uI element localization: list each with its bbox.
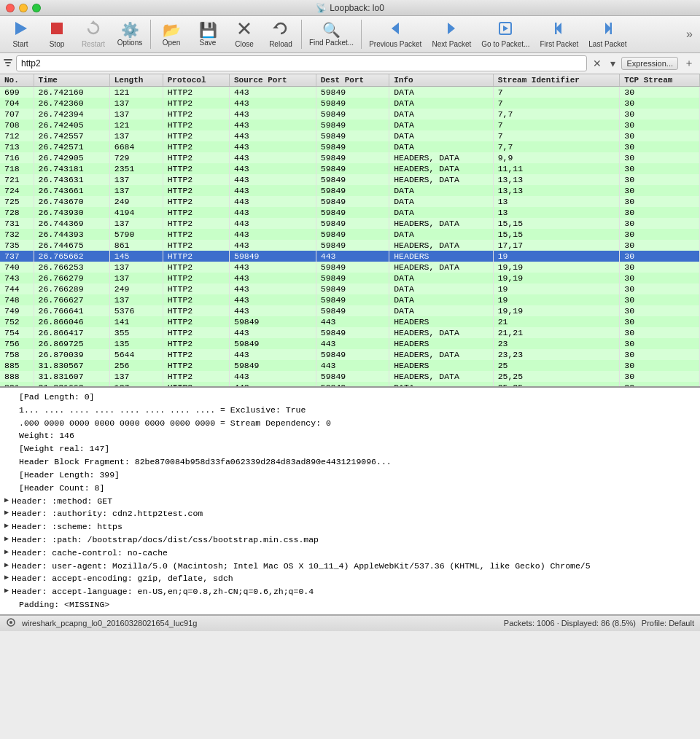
col-header-stream[interactable]: Stream Identifier (493, 74, 620, 87)
first-icon (551, 20, 567, 39)
restart-button[interactable]: Restart (76, 19, 111, 50)
detail-expandable-row[interactable]: ▶Header: :authority: cdn2.http2test.com (4, 507, 696, 520)
table-row[interactable]: 73726.765662145HTTP259849443HEADERS1930 (0, 251, 700, 262)
detail-expandable-row[interactable]: ▶Header: :method: GET (4, 495, 696, 508)
col-header-dst[interactable]: Dest Port (316, 74, 389, 87)
save-label: Save (200, 39, 217, 47)
detail-text: Header: :scheme: https (12, 520, 122, 533)
table-row[interactable]: 71326.7425716684HTTP244359849DATA7,730 (0, 141, 700, 152)
table-row[interactable]: 74826.766627137HTTP244359849DATA1930 (0, 294, 700, 305)
detail-expandable-row[interactable]: ▶Header: cache-control: no-cache (4, 547, 696, 560)
detail-row: .000 0000 0000 0000 0000 0000 0000 0000 … (4, 417, 696, 430)
table-row[interactable]: 75826.8700395644HTTP244359849HEADERS, DA… (0, 349, 700, 360)
reload-button[interactable]: Reload (263, 19, 298, 50)
detail-text: Header: user-agent: Mozilla/5.0 (Macinto… (12, 560, 591, 573)
detail-text: Header: :path: /bootstrap/docs/dist/css/… (12, 533, 319, 547)
open-label: Open (163, 39, 180, 47)
table-row[interactable]: 69926.742160121HTTP244359849DATA730 (0, 87, 700, 98)
goto-packet-button[interactable]: Go to Packet... (477, 19, 534, 50)
separator-2 (301, 20, 302, 49)
detail-expandable-row[interactable]: ▶Header: user-agent: Mozilla/5.0 (Macint… (4, 560, 696, 573)
start-button[interactable]: Start (3, 19, 38, 50)
table-row[interactable]: 72526.743670249HTTP244359849DATA1330 (0, 196, 700, 207)
detail-expandable-row[interactable]: ▶Header: :scheme: https (4, 520, 696, 533)
save-button[interactable]: 💾 Save (190, 21, 225, 48)
filter-clear-button[interactable]: ✕ (590, 56, 604, 71)
detail-row: [Pad Length: 0] (4, 391, 696, 404)
detail-row: Weight: 146 (4, 429, 696, 442)
detail-expandable-row[interactable]: ▶Header: accept-language: en-US,en;q=0.8… (4, 585, 696, 598)
minimize-window-btn[interactable] (19, 4, 28, 12)
table-row[interactable]: 73126.744369137HTTP244359849HEADERS, DAT… (0, 218, 700, 229)
col-header-no[interactable]: No. (0, 74, 34, 87)
col-header-src[interactable]: Source Port (230, 74, 316, 87)
table-row[interactable]: 71826.7431812351HTTP244359849HEADERS, DA… (0, 163, 700, 174)
maximize-window-btn[interactable] (32, 4, 41, 12)
next-packet-button[interactable]: Next Packet (427, 19, 475, 50)
table-row[interactable]: 70826.742405121HTTP244359849DATA730 (0, 120, 700, 130)
table-row[interactable]: 70726.742394137HTTP244359849DATA7,730 (0, 109, 700, 120)
table-row[interactable]: 75626.869725135HTTP259849443HEADERS2330 (0, 338, 700, 349)
antenna-icon: 📡 (316, 3, 327, 13)
find-packet-button[interactable]: 🔍 Find Packet... (305, 21, 358, 48)
titlebar: 📡 Loopback: lo0 (0, 0, 700, 16)
table-row[interactable]: 75226.866046141HTTP259849443HEADERS2130 (0, 316, 700, 327)
expand-triangle-icon[interactable]: ▶ (4, 585, 9, 597)
table-row[interactable]: 72426.743661137HTTP244359849DATA13,1330 (0, 185, 700, 196)
expand-triangle-icon[interactable]: ▶ (4, 520, 9, 532)
stop-icon (49, 20, 65, 39)
table-row[interactable]: 71226.742557137HTTP244359849DATA730 (0, 130, 700, 141)
col-header-protocol[interactable]: Protocol (163, 74, 229, 87)
options-button[interactable]: ⚙️ Options (112, 21, 147, 48)
expand-triangle-icon[interactable]: ▶ (4, 572, 9, 584)
table-row[interactable]: 74026.766253137HTTP244359849HEADERS, DAT… (0, 262, 700, 273)
prev-packet-button[interactable]: Previous Packet (365, 19, 426, 50)
expand-triangle-icon[interactable]: ▶ (4, 560, 9, 571)
table-row[interactable]: 70426.742360137HTTP244359849DATA730 (0, 98, 700, 109)
table-row[interactable]: 71626.742905729HTTP244359849HEADERS, DAT… (0, 152, 700, 163)
detail-text: Header: accept-encoding: gzip, deflate, … (12, 572, 233, 585)
detail-expandable-row[interactable]: ▶Header: :path: /bootstrap/docs/dist/css… (4, 533, 696, 547)
table-row[interactable]: 88831.831607137HTTP244359849HEADERS, DAT… (0, 371, 700, 382)
col-header-tcp[interactable]: TCP Stream (620, 74, 700, 87)
col-header-info[interactable]: Info (389, 74, 493, 87)
table-row[interactable]: 74926.7666415376HTTP244359849DATA19,1930 (0, 305, 700, 316)
save-icon: 💾 (199, 23, 217, 37)
detail-row: [Header Length: 399] (4, 469, 696, 482)
close-window-btn[interactable] (6, 4, 15, 12)
expression-button[interactable]: Expression... (621, 57, 678, 70)
col-header-time[interactable]: Time (34, 74, 109, 87)
table-row[interactable]: 75426.866417355HTTP244359849HEADERS, DAT… (0, 327, 700, 338)
window-controls[interactable] (6, 4, 41, 12)
expand-triangle-icon[interactable]: ▶ (4, 507, 9, 519)
options-label: Options (117, 39, 142, 47)
table-row[interactable]: 89131.831662137HTTP244359849DATA25,2530 (0, 382, 700, 388)
col-header-length[interactable]: Length (109, 74, 163, 87)
detail-expandable-row[interactable]: ▶Header: accept-encoding: gzip, deflate,… (4, 572, 696, 585)
filter-input[interactable] (16, 55, 587, 71)
filter-add-button[interactable]: ＋ (681, 55, 697, 71)
table-row[interactable]: 73526.744675861HTTP244359849HEADERS, DAT… (0, 240, 700, 251)
table-row[interactable]: 88531.830567256HTTP259849443HEADERS2530 (0, 360, 700, 371)
reload-icon (273, 20, 289, 39)
expand-triangle-icon[interactable]: ▶ (4, 547, 9, 558)
expand-triangle-icon[interactable]: ▶ (4, 495, 9, 507)
table-row[interactable]: 72126.743631137HTTP244359849HEADERS, DAT… (0, 174, 700, 185)
table-row[interactable]: 74326.766279137HTTP244359849DATA19,1930 (0, 273, 700, 284)
table-row[interactable]: 73226.7443935790HTTP244359849DATA15,1530 (0, 229, 700, 240)
expand-triangle-icon[interactable]: ▶ (4, 533, 9, 545)
open-button[interactable]: 📂 Open (154, 21, 189, 48)
goto-label: Go to Packet... (481, 40, 529, 48)
stop-label: Stop (50, 40, 65, 48)
detail-text: Header: :authority: cdn2.http2test.com (12, 507, 203, 520)
first-packet-button[interactable]: First Packet (535, 19, 583, 50)
last-label: Last Packet (588, 40, 626, 48)
filter-dropdown-button[interactable]: ▾ (607, 56, 618, 71)
toolbar-more-button[interactable]: » (682, 25, 697, 44)
svg-marker-0 (15, 22, 27, 35)
last-packet-button[interactable]: Last Packet (584, 19, 631, 50)
close-capture-button[interactable]: Close (227, 19, 262, 50)
table-row[interactable]: 72826.7439304194HTTP244359849DATA1330 (0, 207, 700, 218)
table-row[interactable]: 74426.766289249HTTP244359849DATA1930 (0, 284, 700, 294)
stop-button[interactable]: Stop (39, 19, 74, 50)
